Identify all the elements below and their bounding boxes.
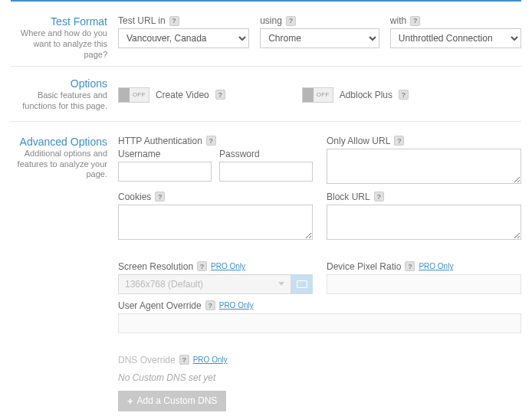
- advanced-title: Advanced Options: [11, 136, 107, 148]
- advanced-desc: Additional options and features to analy…: [11, 149, 107, 180]
- pro-only-link[interactable]: PRO Only: [219, 301, 254, 310]
- user-agent-label: User Agent Override: [118, 300, 202, 311]
- help-icon[interactable]: ?: [215, 90, 225, 100]
- help-icon[interactable]: ?: [169, 16, 179, 26]
- only-allow-textarea[interactable]: [327, 149, 521, 184]
- help-icon[interactable]: ?: [197, 261, 207, 271]
- connection-select[interactable]: Unthrottled Connection: [390, 28, 521, 48]
- test-url-label: Test URL in: [118, 15, 166, 26]
- test-format-title: Test Format: [11, 15, 107, 28]
- pro-only-link[interactable]: PRO Only: [193, 355, 228, 364]
- device-pixel-label: Device Pixel Ratio: [327, 261, 401, 272]
- add-dns-button[interactable]: + Add a Custom DNS: [118, 391, 226, 411]
- options-section: Options Basic features and functions for…: [11, 67, 521, 122]
- screen-res-label: Screen Resolution: [118, 261, 193, 272]
- block-url-label: Block URL: [327, 192, 370, 202]
- dns-override-label: DNS Override: [118, 355, 176, 365]
- password-label: Password: [219, 149, 313, 159]
- device-pixel-input: [327, 274, 521, 294]
- username-label: Username: [118, 149, 212, 159]
- help-icon[interactable]: ?: [286, 16, 296, 26]
- cookies-textarea[interactable]: [118, 205, 313, 240]
- test-format-section: Test Format Where and how do you want to…: [11, 9, 521, 67]
- only-allow-label: Only Allow URL: [327, 136, 390, 146]
- dns-empty-message: No Custom DNS set yet: [118, 372, 521, 383]
- browser-select[interactable]: Chrome: [260, 28, 379, 48]
- adblock-label: Adblock Plus: [340, 90, 392, 100]
- screen-preview-button: [291, 274, 313, 294]
- user-agent-input: [118, 313, 521, 333]
- options-title: Options: [11, 77, 107, 90]
- adblock-toggle[interactable]: OFF: [302, 87, 333, 103]
- password-input[interactable]: [219, 162, 313, 182]
- http-auth-label: HTTP Authentication: [118, 136, 202, 146]
- create-video-label: Create Video: [156, 90, 209, 100]
- screen-res-select: 1366x768 (Default): [118, 274, 291, 294]
- chevron-down-icon: [278, 282, 284, 286]
- monitor-icon: [297, 280, 307, 288]
- location-select[interactable]: Vancouver, Canada: [118, 28, 249, 48]
- advanced-section: Advanced Options Additional options and …: [11, 122, 521, 416]
- plus-icon: +: [127, 395, 133, 407]
- help-icon[interactable]: ?: [155, 192, 165, 201]
- help-icon[interactable]: ?: [394, 136, 404, 146]
- block-url-textarea[interactable]: [327, 205, 521, 240]
- with-label: with: [390, 15, 406, 26]
- help-icon[interactable]: ?: [179, 355, 189, 365]
- cookies-label: Cookies: [118, 192, 151, 202]
- pro-only-link[interactable]: PRO Only: [419, 262, 453, 270]
- test-format-desc: Where and how do you want to analyze thi…: [11, 28, 107, 60]
- pro-only-link[interactable]: PRO Only: [211, 262, 245, 270]
- help-icon[interactable]: ?: [206, 136, 216, 146]
- help-icon[interactable]: ?: [374, 192, 384, 201]
- help-icon[interactable]: ?: [405, 261, 415, 271]
- using-label: using: [260, 15, 282, 26]
- help-icon[interactable]: ?: [410, 16, 420, 26]
- help-icon[interactable]: ?: [399, 90, 409, 100]
- options-desc: Basic features and functions for this pa…: [11, 90, 107, 112]
- create-video-toggle[interactable]: OFF: [118, 87, 149, 103]
- username-input[interactable]: [118, 162, 212, 182]
- help-icon[interactable]: ?: [205, 300, 215, 310]
